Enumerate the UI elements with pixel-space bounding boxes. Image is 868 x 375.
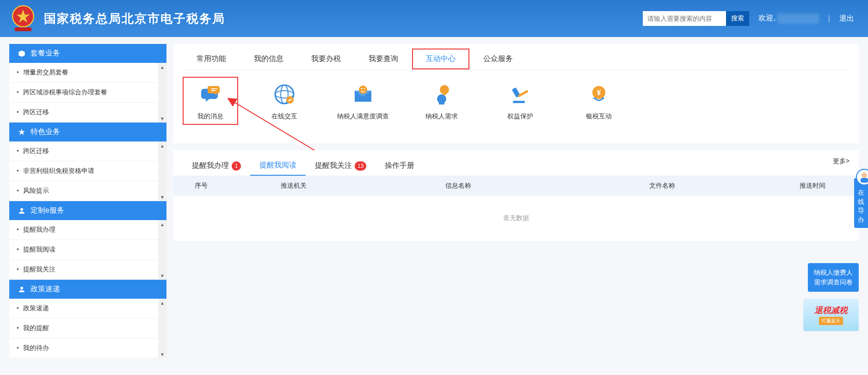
sidebar-item[interactable]: 跨区域涉税事项综合办理套餐 [9,83,166,103]
tab-interaction[interactable]: 互动中心 [412,49,469,69]
search-input[interactable] [643,11,726,26]
banner-subtitle: 打赢蓝天 [819,317,843,325]
search-box: 搜索 [643,11,749,26]
sidebar-header-policy[interactable]: 政策速递 [9,280,166,299]
sidebar-item[interactable]: 跨区迁移 [9,141,166,161]
scroll-down-icon[interactable]: ▼ [158,193,166,201]
sidebar-item[interactable]: 风险提示 [9,181,166,201]
subtab-manual[interactable]: 操作手册 [376,156,424,175]
scroll-up-icon[interactable]: ▲ [158,63,166,71]
badge: 1 [232,161,241,171]
sidebar-header-tese[interactable]: 特色业务 [9,123,166,141]
icon-rights-protection[interactable]: 权益保护 [492,81,548,125]
sidebar-scrollbar[interactable]: ▲▼ [158,63,166,123]
icon-satisfaction-survey[interactable]: 纳税人满意度调查 [335,81,391,125]
sidebar: 套餐业务 增量房交易套餐 跨区域涉税事项综合办理套餐 跨区迁移 ▲▼ 特色业务 … [9,44,166,358]
table-header: 序号 推送机关 信息名称 文件名称 推送时间 [173,176,859,196]
subtab-remind-handle[interactable]: 提醒我办理 1 [183,156,250,175]
globe-icon [271,81,297,107]
help-avatar-icon [856,169,868,185]
icon-label: 权益保护 [492,112,548,120]
th-seq: 序号 [173,182,229,190]
scroll-down-icon[interactable]: ▼ [158,271,166,280]
icon-label: 我的消息 [187,112,234,120]
tab-myinfo[interactable]: 我的信息 [240,49,297,69]
icon-label: 在线交互 [257,112,312,120]
sidebar-header-label: 套餐业务 [31,49,60,58]
scroll-down-icon[interactable]: ▼ [158,350,166,358]
sidebar-scrollbar[interactable]: ▲▼ [158,220,166,280]
float-help-label: 在线导办 [858,189,864,223]
icon-bank-tax[interactable]: ¥ 银税互动 [571,81,627,125]
sidebar-item[interactable]: 跨区迁移 [9,103,166,123]
star-icon [18,128,26,136]
site-title: 国家税务总局北京市电子税务局 [44,11,225,27]
sub-tabs: 提醒我办理 1 提醒我阅读 提醒我关注 13 操作手册 更多> [173,150,859,176]
sidebar-header-label: 定制e服务 [31,206,64,215]
subtab-label: 提醒我关注 [315,161,352,171]
sidebar-item[interactable]: 增量房交易套餐 [9,63,166,83]
scroll-up-icon[interactable]: ▲ [158,299,166,307]
icon-label: 纳税人需求 [414,112,469,120]
subtab-label: 提醒我办理 [192,161,229,171]
sidebar-header-label: 政策速递 [31,284,60,294]
banner-title: 退税减税 [814,305,848,316]
sidebar-item[interactable]: 政策速递 [9,299,166,319]
bottom-panel: 提醒我办理 1 提醒我阅读 提醒我关注 13 操作手册 更多> 序号 推送机关 … [173,150,859,241]
tab-public[interactable]: 公众服务 [469,49,527,69]
svg-rect-1 [15,27,31,31]
sidebar-scrollbar[interactable]: ▲▼ [158,141,166,201]
logout-link[interactable]: 退出 [839,14,854,24]
scroll-up-icon[interactable]: ▲ [158,220,166,228]
float-banner[interactable]: 退税减税 打赢蓝天 [803,299,859,331]
subtab-remind-follow[interactable]: 提醒我关注 13 [306,156,376,175]
scroll-down-icon[interactable]: ▼ [158,114,166,123]
divider: | [828,14,830,23]
search-button[interactable]: 搜索 [726,11,749,26]
svg-point-3 [20,287,23,289]
top-panel: 常用功能 我的信息 我要办税 我要查询 互动中心 公众服务 我的消息 在线交互 [173,44,859,143]
scroll-up-icon[interactable]: ▲ [158,141,166,150]
svg-rect-20 [513,101,525,103]
subtab-remind-read[interactable]: 提醒我阅读 [250,156,306,176]
content: 常用功能 我的信息 我要办税 我要查询 互动中心 公众服务 我的消息 在线交互 [173,44,859,358]
svg-rect-5 [211,90,215,91]
icon-grid: 我的消息 在线交互 纳税人满意度调查 纳税人需求 权益保护 [183,70,850,129]
sidebar-item[interactable]: 提醒我办理 [9,220,166,240]
svg-rect-17 [443,93,446,95]
tab-query[interactable]: 我要查询 [355,49,412,69]
svg-rect-25 [861,178,868,183]
sidebar-item[interactable]: 提醒我关注 [9,260,166,280]
sidebar-item[interactable]: 提醒我阅读 [9,240,166,260]
username-redacted [777,13,819,24]
svg-point-11 [359,86,367,94]
svg-text:¥: ¥ [597,89,601,97]
float-online-help[interactable]: 在线导办 [854,178,868,228]
more-link[interactable]: 更多> [833,157,850,166]
sidebar-item[interactable]: 我的提醒 [9,319,166,338]
bulb-icon [429,81,455,107]
logo-emblem [9,5,37,32]
svg-point-24 [862,172,867,178]
icon-label: 银税互动 [571,112,627,120]
tab-taxhandle[interactable]: 我要办税 [297,49,355,69]
icon-online-interact[interactable]: 在线交互 [257,81,312,125]
chat-icon [197,81,223,107]
sidebar-header-label: 特色业务 [31,127,60,137]
sidebar-scrollbar[interactable]: ▲▼ [158,299,166,358]
tab-common[interactable]: 常用功能 [183,49,240,69]
sidebar-item[interactable]: 非营利组织免税资格申请 [9,161,166,181]
svg-rect-4 [211,88,217,89]
th-file: 文件名称 [558,182,766,190]
sidebar-item[interactable]: 我的待办 [9,338,166,358]
main-tabs: 常用功能 我的信息 我要办税 我要查询 互动中心 公众服务 [183,49,850,70]
icon-my-messages[interactable]: 我的消息 [183,77,238,125]
subtab-label: 提醒我阅读 [259,160,296,170]
svg-point-12 [361,88,363,90]
th-info: 信息名称 [358,182,558,190]
sidebar-header-taocan[interactable]: 套餐业务 [9,44,166,63]
subtab-label: 操作手册 [385,161,414,171]
sidebar-header-eservice[interactable]: 定制e服务 [9,201,166,220]
float-survey[interactable]: 纳税人缴费人需求调查问卷 [808,263,859,292]
icon-taxpayer-needs[interactable]: 纳税人需求 [414,81,469,125]
